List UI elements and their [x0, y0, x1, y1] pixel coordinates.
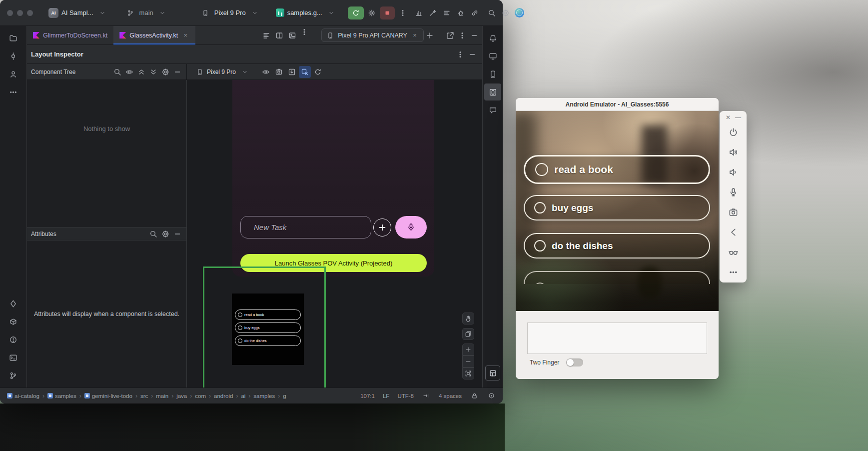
radio-circle-icon[interactable] — [535, 163, 548, 176]
back-button[interactable] — [726, 225, 740, 239]
lock-icon[interactable] — [470, 392, 479, 400]
gemini-tool-icon[interactable] — [5, 295, 22, 312]
close-tab-icon[interactable]: × — [181, 32, 189, 40]
radio-circle-icon[interactable] — [534, 202, 546, 214]
line-separator-widget[interactable]: LF — [383, 393, 389, 399]
notifications-bell-icon[interactable] — [484, 30, 501, 46]
split-view-icon[interactable] — [273, 30, 285, 42]
component-tree-panel[interactable]: Nothing to show — [27, 80, 186, 228]
more-tools-icon[interactable] — [5, 84, 22, 100]
editor-tab-glassesactivity[interactable]: GlassesActivity.kt × — [113, 26, 195, 44]
zoom-out-button[interactable] — [462, 356, 474, 368]
device-mirror-area[interactable]: Launch Glasses POV Activity (Projected) … — [187, 80, 482, 388]
running-device-tab[interactable]: Pixel 9 Pro API CANARY × — [321, 28, 424, 42]
device-mirroring-icon[interactable] — [469, 7, 481, 19]
editor-tab-glimmertodoscreen[interactable]: GlimmerToDoScreen.kt — [27, 26, 113, 44]
zoom-to-fit-button[interactable] — [462, 368, 474, 380]
hide-tool-window-icon[interactable] — [468, 30, 480, 42]
emulator-titlebar[interactable]: Android Emulator - AI_Glasses:5556 — [516, 98, 719, 111]
minimize-window-button[interactable] — [17, 10, 23, 16]
breadcrumb-item[interactable]: com — [195, 393, 206, 399]
terminal-tool-icon[interactable] — [5, 349, 22, 366]
refresh-icon[interactable] — [312, 66, 324, 78]
profiler-icon[interactable] — [413, 7, 425, 19]
build-tool-icon[interactable] — [5, 313, 22, 330]
pan-hand-icon[interactable] — [462, 312, 474, 324]
encoding-widget[interactable]: UTF-8 — [397, 393, 414, 399]
commit-tool-icon[interactable] — [5, 48, 22, 64]
radio-circle-icon[interactable] — [534, 240, 546, 252]
volume-up-button[interactable] — [726, 145, 740, 159]
search-icon[interactable] — [111, 66, 123, 78]
indent-widget[interactable]: 4 spaces — [439, 393, 462, 399]
add-device-button[interactable] — [424, 30, 436, 42]
code-view-icon[interactable] — [260, 30, 272, 42]
editor-options-menu-icon[interactable] — [298, 26, 310, 38]
profile-app-icon[interactable] — [366, 7, 378, 19]
problems-tool-icon[interactable] — [5, 331, 22, 348]
layout-inspector-menu-icon[interactable] — [454, 48, 466, 60]
toolbar-close-icon[interactable]: ✕ — [725, 114, 732, 121]
voice-input-button[interactable] — [395, 216, 427, 238]
new-task-input[interactable] — [240, 216, 371, 238]
add-task-button[interactable] — [373, 218, 391, 236]
gemini-chat-icon[interactable] — [484, 102, 501, 118]
todo-item[interactable]: do the dishes — [524, 233, 710, 258]
tree-settings-gear-icon[interactable] — [159, 66, 171, 78]
profile-avatar[interactable] — [514, 7, 526, 19]
phone-screen-mirror[interactable]: Launch Glasses POV Activity (Projected) — [232, 80, 434, 276]
close-device-tab-icon[interactable]: × — [411, 32, 419, 40]
view-options-eye-icon[interactable] — [260, 66, 272, 78]
breadcrumb-item[interactable]: g — [283, 393, 286, 399]
layout-inspector-stripe-icon[interactable] — [485, 366, 500, 380]
more-options-button[interactable] — [726, 265, 740, 279]
device-manager-icon[interactable] — [484, 48, 501, 64]
tool-window-options-icon[interactable] — [456, 30, 468, 42]
stop-button[interactable] — [380, 6, 395, 20]
glasses-button[interactable] — [726, 245, 740, 259]
layers-icon[interactable] — [462, 328, 474, 340]
power-button[interactable] — [726, 125, 740, 139]
breadcrumb-item[interactable]: samples — [253, 393, 275, 399]
collapse-all-icon[interactable] — [147, 66, 159, 78]
breadcrumb-item[interactable]: src — [140, 393, 148, 399]
hide-tree-icon[interactable] — [171, 66, 183, 78]
run-configuration-selector[interactable]: samples.g... — [272, 5, 341, 21]
indent-tab-icon[interactable] — [422, 392, 431, 400]
breadcrumb-item[interactable]: java — [176, 393, 187, 399]
zoom-in-button[interactable] — [462, 344, 474, 356]
zoom-window-button[interactable] — [27, 10, 33, 16]
project-selector[interactable]: AI AI Sampl... — [45, 5, 112, 21]
breadcrumb-item[interactable]: ai-catalog — [7, 393, 39, 399]
project-tool-icon[interactable] — [5, 30, 22, 46]
structure-tool-icon[interactable] — [5, 66, 22, 82]
volume-down-button[interactable] — [726, 165, 740, 179]
app-inspection-icon[interactable] — [455, 7, 467, 19]
two-finger-toggle[interactable] — [566, 358, 583, 366]
todo-item[interactable]: buy eggs — [524, 195, 710, 220]
hide-layout-inspector-icon[interactable] — [466, 48, 478, 60]
running-devices-icon[interactable] — [484, 84, 501, 100]
breadcrumb-item[interactable]: main — [156, 393, 168, 399]
inspector-device-selector[interactable]: Pixel 9 Pro — [193, 64, 254, 80]
logcat-icon[interactable] — [441, 7, 453, 19]
version-control-tool-icon[interactable] — [5, 367, 22, 384]
microphone-button[interactable] — [726, 185, 740, 199]
design-view-icon[interactable] — [286, 30, 298, 42]
screenshot-icon[interactable] — [273, 66, 285, 78]
close-window-button[interactable] — [7, 10, 13, 16]
ai-assist-icon[interactable] — [427, 7, 439, 19]
breadcrumb-item[interactable]: gemini-live-todo — [84, 393, 132, 399]
toggle-deep-inspect-icon[interactable] — [299, 66, 311, 78]
settings-gear-icon[interactable] — [500, 7, 512, 19]
touchpad-area[interactable] — [527, 322, 707, 354]
breadcrumb-item[interactable]: android — [214, 393, 233, 399]
vcs-branch-selector[interactable]: main — [121, 5, 172, 21]
glasses-pov-screen[interactable]: read a book buy eggs do the dishes — [516, 111, 719, 311]
breadcrumb-item[interactable]: samples — [47, 393, 76, 399]
toolbar-minimize-icon[interactable]: — — [735, 114, 742, 121]
target-device-selector[interactable]: Pixel 9 Pro — [196, 5, 264, 21]
camera-button[interactable] — [726, 205, 740, 219]
hide-attributes-icon[interactable] — [171, 228, 183, 240]
rerun-button[interactable] — [348, 6, 364, 20]
